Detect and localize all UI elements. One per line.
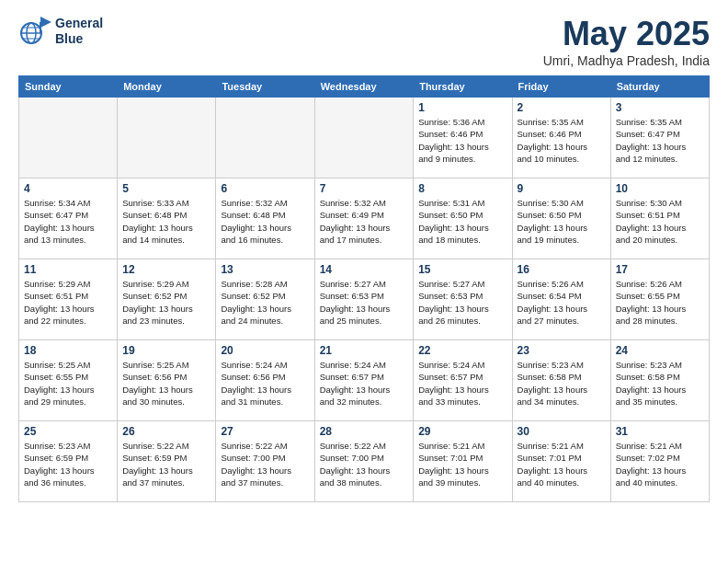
calendar-cell (118, 98, 216, 178)
day-info: Sunrise: 5:32 AM Sunset: 6:49 PM Dayligh… (320, 197, 409, 246)
weekday-header-tuesday: Tuesday (216, 76, 314, 98)
weekday-header-row: SundayMondayTuesdayWednesdayThursdayFrid… (19, 76, 710, 98)
day-info: Sunrise: 5:31 AM Sunset: 6:50 PM Dayligh… (418, 197, 506, 246)
day-number: 20 (221, 344, 309, 357)
calendar-cell: 1Sunrise: 5:36 AM Sunset: 6:46 PM Daylig… (414, 98, 512, 178)
day-number: 23 (518, 344, 606, 357)
weekday-header-thursday: Thursday (414, 76, 512, 98)
day-info: Sunrise: 5:24 AM Sunset: 6:57 PM Dayligh… (320, 359, 409, 408)
day-number: 12 (122, 263, 210, 276)
day-info: Sunrise: 5:25 AM Sunset: 6:56 PM Dayligh… (122, 359, 210, 408)
calendar-cell: 30Sunrise: 5:21 AM Sunset: 7:01 PM Dayli… (512, 421, 610, 502)
weekday-header-friday: Friday (512, 76, 610, 98)
calendar-cell: 29Sunrise: 5:21 AM Sunset: 7:01 PM Dayli… (414, 421, 512, 502)
day-info: Sunrise: 5:21 AM Sunset: 7:01 PM Dayligh… (518, 440, 606, 488)
day-info: Sunrise: 5:24 AM Sunset: 6:57 PM Dayligh… (418, 359, 506, 408)
calendar-cell (314, 98, 414, 178)
day-info: Sunrise: 5:36 AM Sunset: 6:46 PM Dayligh… (418, 116, 506, 165)
day-number: 3 (616, 101, 704, 114)
day-info: Sunrise: 5:22 AM Sunset: 6:59 PM Dayligh… (122, 440, 210, 488)
week-row-1: 1Sunrise: 5:36 AM Sunset: 6:46 PM Daylig… (19, 98, 710, 178)
day-number: 31 (616, 425, 704, 438)
calendar-cell: 17Sunrise: 5:26 AM Sunset: 6:55 PM Dayli… (610, 259, 709, 340)
month-title: May 2025 (543, 15, 710, 53)
calendar-cell: 8Sunrise: 5:31 AM Sunset: 6:50 PM Daylig… (414, 178, 512, 259)
logo-icon (18, 15, 51, 48)
day-number: 5 (122, 182, 210, 195)
day-number: 18 (24, 344, 112, 357)
day-number: 14 (320, 263, 409, 276)
weekday-header-wednesday: Wednesday (314, 76, 414, 98)
location: Umri, Madhya Pradesh, India (543, 53, 710, 68)
day-number: 19 (122, 344, 210, 357)
calendar-cell (19, 98, 118, 178)
weekday-header-saturday: Saturday (610, 76, 709, 98)
week-row-4: 18Sunrise: 5:25 AM Sunset: 6:55 PM Dayli… (19, 340, 710, 421)
day-info: Sunrise: 5:28 AM Sunset: 6:52 PM Dayligh… (221, 278, 309, 327)
calendar-cell: 18Sunrise: 5:25 AM Sunset: 6:55 PM Dayli… (19, 340, 118, 421)
day-info: Sunrise: 5:21 AM Sunset: 7:01 PM Dayligh… (418, 440, 506, 488)
calendar-cell: 2Sunrise: 5:35 AM Sunset: 6:46 PM Daylig… (512, 98, 610, 178)
day-number: 24 (616, 344, 704, 357)
day-info: Sunrise: 5:29 AM Sunset: 6:51 PM Dayligh… (24, 278, 112, 327)
day-number: 8 (418, 182, 506, 195)
calendar-cell: 28Sunrise: 5:22 AM Sunset: 7:00 PM Dayli… (314, 421, 414, 502)
day-number: 9 (518, 182, 606, 195)
day-number: 1 (418, 101, 506, 114)
day-number: 26 (122, 425, 210, 438)
calendar-cell: 19Sunrise: 5:25 AM Sunset: 6:56 PM Dayli… (118, 340, 216, 421)
week-row-3: 11Sunrise: 5:29 AM Sunset: 6:51 PM Dayli… (19, 259, 710, 340)
day-number: 2 (518, 101, 606, 114)
day-info: Sunrise: 5:23 AM Sunset: 6:58 PM Dayligh… (518, 359, 606, 408)
day-info: Sunrise: 5:33 AM Sunset: 6:48 PM Dayligh… (122, 197, 210, 246)
day-info: Sunrise: 5:26 AM Sunset: 6:55 PM Dayligh… (616, 278, 704, 327)
calendar-cell: 11Sunrise: 5:29 AM Sunset: 6:51 PM Dayli… (19, 259, 118, 340)
day-number: 27 (221, 425, 309, 438)
calendar-cell: 3Sunrise: 5:35 AM Sunset: 6:47 PM Daylig… (610, 98, 709, 178)
day-number: 30 (518, 425, 606, 438)
calendar-cell: 31Sunrise: 5:21 AM Sunset: 7:02 PM Dayli… (610, 421, 709, 502)
calendar-cell: 10Sunrise: 5:30 AM Sunset: 6:51 PM Dayli… (610, 178, 709, 259)
day-info: Sunrise: 5:30 AM Sunset: 6:51 PM Dayligh… (616, 197, 704, 246)
day-number: 11 (24, 263, 112, 276)
page-header: General Blue May 2025 Umri, Madhya Prade… (18, 15, 710, 68)
day-info: Sunrise: 5:21 AM Sunset: 7:02 PM Dayligh… (616, 440, 704, 488)
calendar-cell: 23Sunrise: 5:23 AM Sunset: 6:58 PM Dayli… (512, 340, 610, 421)
day-number: 13 (221, 263, 309, 276)
weekday-header-sunday: Sunday (19, 76, 118, 98)
day-info: Sunrise: 5:30 AM Sunset: 6:50 PM Dayligh… (518, 197, 606, 246)
calendar-cell (216, 98, 314, 178)
week-row-5: 25Sunrise: 5:23 AM Sunset: 6:59 PM Dayli… (19, 421, 710, 502)
day-number: 16 (518, 263, 606, 276)
day-info: Sunrise: 5:29 AM Sunset: 6:52 PM Dayligh… (122, 278, 210, 327)
day-number: 25 (24, 425, 112, 438)
calendar-cell: 15Sunrise: 5:27 AM Sunset: 6:53 PM Dayli… (414, 259, 512, 340)
day-info: Sunrise: 5:23 AM Sunset: 6:59 PM Dayligh… (24, 440, 112, 488)
calendar-cell: 4Sunrise: 5:34 AM Sunset: 6:47 PM Daylig… (19, 178, 118, 259)
calendar-cell: 7Sunrise: 5:32 AM Sunset: 6:49 PM Daylig… (314, 178, 414, 259)
day-number: 17 (616, 263, 704, 276)
day-number: 6 (221, 182, 309, 195)
calendar-table: SundayMondayTuesdayWednesdayThursdayFrid… (18, 75, 710, 502)
day-info: Sunrise: 5:27 AM Sunset: 6:53 PM Dayligh… (418, 278, 506, 327)
day-info: Sunrise: 5:27 AM Sunset: 6:53 PM Dayligh… (320, 278, 409, 327)
calendar-cell: 6Sunrise: 5:32 AM Sunset: 6:48 PM Daylig… (216, 178, 314, 259)
calendar-cell: 12Sunrise: 5:29 AM Sunset: 6:52 PM Dayli… (118, 259, 216, 340)
day-number: 29 (418, 425, 506, 438)
calendar-cell: 26Sunrise: 5:22 AM Sunset: 6:59 PM Dayli… (118, 421, 216, 502)
day-info: Sunrise: 5:35 AM Sunset: 6:46 PM Dayligh… (518, 116, 606, 165)
day-number: 28 (320, 425, 409, 438)
weekday-header-monday: Monday (118, 76, 216, 98)
logo-text: General Blue (55, 16, 103, 47)
logo: General Blue (18, 15, 103, 48)
calendar-cell: 24Sunrise: 5:23 AM Sunset: 6:58 PM Dayli… (610, 340, 709, 421)
day-info: Sunrise: 5:22 AM Sunset: 7:00 PM Dayligh… (320, 440, 409, 488)
calendar-cell: 5Sunrise: 5:33 AM Sunset: 6:48 PM Daylig… (118, 178, 216, 259)
day-info: Sunrise: 5:26 AM Sunset: 6:54 PM Dayligh… (518, 278, 606, 327)
calendar-cell: 27Sunrise: 5:22 AM Sunset: 7:00 PM Dayli… (216, 421, 314, 502)
calendar-cell: 21Sunrise: 5:24 AM Sunset: 6:57 PM Dayli… (314, 340, 414, 421)
day-info: Sunrise: 5:35 AM Sunset: 6:47 PM Dayligh… (616, 116, 704, 165)
day-info: Sunrise: 5:24 AM Sunset: 6:56 PM Dayligh… (221, 359, 309, 408)
day-number: 22 (418, 344, 506, 357)
day-number: 10 (616, 182, 704, 195)
